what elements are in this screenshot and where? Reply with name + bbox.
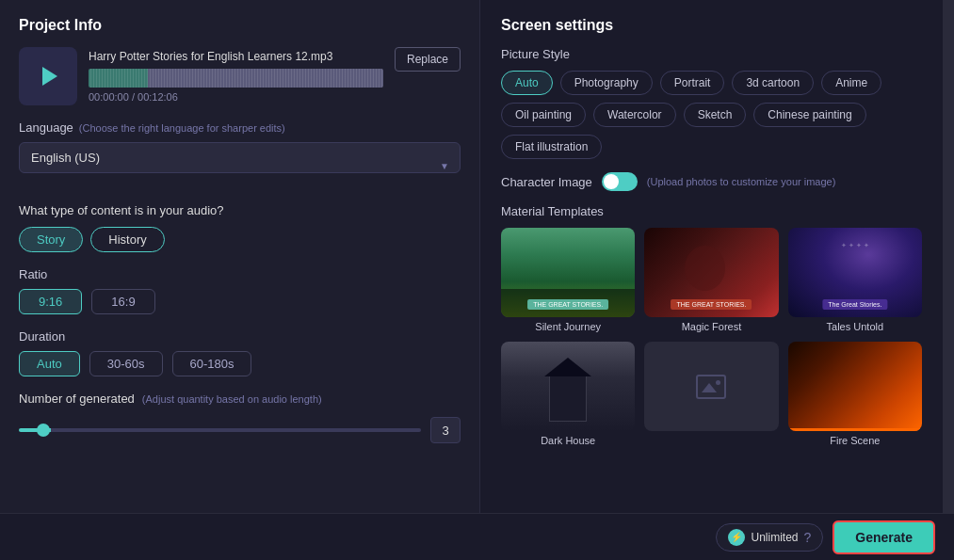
templates-grid: THE GREAT STORIES. Silent Journey THE GR… <box>501 228 922 446</box>
template-thumb-magic-forest: THE GREAT STORIES. <box>644 228 778 317</box>
template-tales-untold[interactable]: ✦ ✦ ✦ ✦ The Great Stories. Tales Untold <box>788 228 922 332</box>
image-icon-frame <box>696 375 726 399</box>
template-name-fire-scene: Fire Scene <box>788 435 922 446</box>
duration-60-180-button[interactable]: 60-180s <box>172 351 252 376</box>
template-thumb-fire-scene <box>788 342 922 431</box>
scrollbar-track[interactable] <box>943 0 954 560</box>
thumb-bg-fire <box>788 342 922 431</box>
thumb-label: THE GREAT STORIES. <box>671 299 752 310</box>
template-name-magic-forest: Magic Forest <box>644 321 778 332</box>
current-time: 00:00:00 <box>89 91 129 103</box>
num-generated-slider[interactable] <box>19 428 421 432</box>
thumb-bg-tales-untold: ✦ ✦ ✦ ✦ The Great Stories. <box>788 228 922 317</box>
audio-thumbnail <box>19 47 77 105</box>
template-name-tales-untold: Tales Untold <box>788 321 922 332</box>
thumb-figure <box>685 246 725 291</box>
audio-filename: Harry Potter Stories for English Learner… <box>89 50 383 63</box>
template-fire-scene[interactable]: Fire Scene <box>788 342 922 446</box>
template-name-dark-house: Dark House <box>501 435 635 446</box>
template-thumb-tales-untold: ✦ ✦ ✦ ✦ The Great Stories. <box>788 228 922 317</box>
num-generated-hint: (Adjust quantity based on audio length) <box>142 393 322 405</box>
audio-info: Harry Potter Stories for English Learner… <box>89 50 383 103</box>
ratio-label: Ratio <box>19 267 461 281</box>
style-oil-painting[interactable]: Oil painting <box>501 103 586 127</box>
screen-settings-title: Screen settings <box>501 17 922 34</box>
sun-icon <box>716 380 720 385</box>
template-dark-house[interactable]: Dark House <box>501 342 635 446</box>
language-label-text: Language <box>19 120 73 135</box>
thumb-bg-dark-house <box>501 342 635 431</box>
thumb-bg-silent-journey: THE GREAT STORIES. <box>501 228 635 317</box>
duration-30-60-button[interactable]: 30-60s <box>89 351 163 376</box>
generate-button[interactable]: Generate <box>833 520 935 554</box>
thumb-bg-placeholder <box>644 342 778 431</box>
style-chinese-painting[interactable]: Chinese painting <box>753 103 865 127</box>
style-flat-illustration[interactable]: Flat illustration <box>501 135 602 159</box>
template-silent-journey[interactable]: THE GREAT STORIES. Silent Journey <box>501 228 635 332</box>
style-sketch[interactable]: Sketch <box>684 103 747 127</box>
content-type-question: What type of content is in your audio? <box>19 203 461 217</box>
replace-button[interactable]: Replace <box>395 47 461 72</box>
thumb-stars: ✦ ✦ ✦ ✦ <box>801 242 909 249</box>
audio-waveform[interactable] <box>89 69 383 88</box>
duration-auto-button[interactable]: Auto <box>19 351 80 376</box>
style-auto[interactable]: Auto <box>501 71 553 95</box>
template-thumb-placeholder <box>644 342 778 431</box>
unlimited-icon-symbol: ⚡ <box>731 532 742 542</box>
character-image-toggle[interactable] <box>602 172 638 191</box>
thumb-label: The Great Stories. <box>822 299 887 310</box>
content-type-group: Story History <box>19 227 461 252</box>
style-chips: Auto Photography Portrait 3d cartoon Ani… <box>501 71 922 159</box>
audio-time: 00:00:00 / 00:12:06 <box>89 91 383 103</box>
language-hint: (Choose the right language for sharper e… <box>79 122 285 134</box>
template-magic-forest[interactable]: THE GREAT STORIES. Magic Forest <box>644 228 778 332</box>
left-panel: Project Info Harry Potter Stories for En… <box>0 0 480 560</box>
slider-value: 3 <box>430 417 461 443</box>
placeholder-icon <box>696 375 726 399</box>
style-watercolor[interactable]: Watercolor <box>593 103 676 127</box>
style-anime[interactable]: Anime <box>821 71 881 95</box>
thumb-bg-magic-forest: THE GREAT STORIES. <box>644 228 778 317</box>
language-select-wrapper: English (US) <box>19 142 461 188</box>
history-button[interactable]: History <box>90 227 164 252</box>
character-image-row: Character Image (Upload photos to custom… <box>501 172 922 191</box>
help-icon[interactable]: ? <box>804 530 812 545</box>
character-image-label: Character Image <box>501 175 592 189</box>
template-name-silent-journey: Silent Journey <box>501 321 635 332</box>
duration-label: Duration <box>19 329 461 344</box>
template-thumb-dark-house <box>501 342 635 431</box>
ratio-9-16-button[interactable]: 9:16 <box>19 289 82 314</box>
character-image-hint: (Upload photos to customize your image) <box>647 176 836 187</box>
num-generated-label: Number of generated <box>19 392 135 406</box>
right-panel: Screen settings Picture Style Auto Photo… <box>480 0 943 560</box>
num-generated-row: Number of generated (Adjust quantity bas… <box>19 392 461 406</box>
unlimited-badge: ⚡ Unlimited ? <box>716 523 823 552</box>
style-3d-cartoon[interactable]: 3d cartoon <box>732 71 814 95</box>
play-icon <box>42 67 57 86</box>
project-info-title: Project Info <box>19 17 461 34</box>
unlimited-icon: ⚡ <box>728 529 745 546</box>
story-button[interactable]: Story <box>19 227 83 252</box>
house-roof <box>544 358 591 376</box>
template-placeholder[interactable] <box>644 342 778 446</box>
ratio-group: 9:16 16:9 <box>19 289 461 314</box>
house-body <box>549 375 587 422</box>
material-templates-label: Material Templates <box>501 204 922 218</box>
slider-thumb <box>37 424 50 437</box>
template-thumb-silent-journey: THE GREAT STORIES. <box>501 228 635 317</box>
duration-group: Auto 30-60s 60-180s <box>19 351 461 376</box>
unlimited-text: Unlimited <box>751 531 798 544</box>
style-photography[interactable]: Photography <box>560 71 653 95</box>
language-select[interactable]: English (US) <box>19 142 461 173</box>
ratio-16-9-button[interactable]: 16:9 <box>91 289 154 314</box>
mountain-icon <box>702 383 717 392</box>
fire-base <box>788 428 922 431</box>
picture-style-label: Picture Style <box>501 47 922 61</box>
project-card: Harry Potter Stories for English Learner… <box>19 47 461 105</box>
language-label: Language (Choose the right language for … <box>19 120 461 135</box>
total-time: 00:12:06 <box>137 91 178 103</box>
bottom-bar: ⚡ Unlimited ? Generate <box>0 513 954 560</box>
thumb-label: THE GREAT STORIES. <box>527 299 608 310</box>
slider-row: 3 <box>19 417 461 443</box>
style-portrait[interactable]: Portrait <box>660 71 725 95</box>
